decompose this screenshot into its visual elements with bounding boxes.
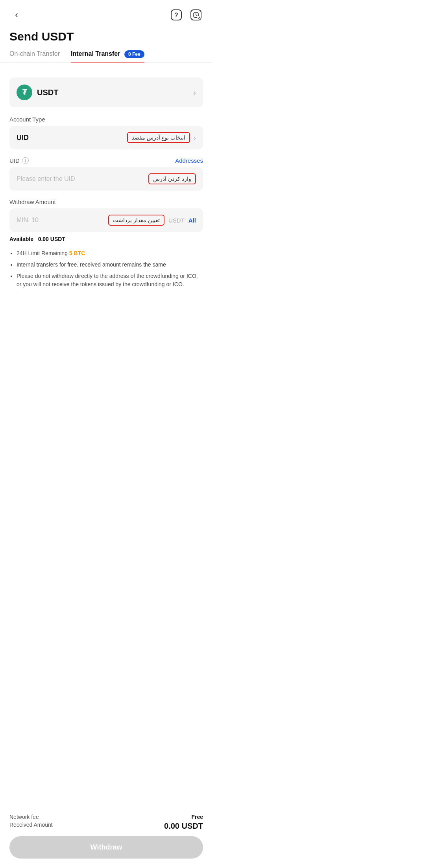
account-type-value: UID xyxy=(17,134,29,142)
withdraw-min-text: MIN: 10 xyxy=(17,217,39,224)
uid-label-text: UID xyxy=(9,157,20,164)
top-icons: ? xyxy=(169,8,203,22)
available-value: 0.00 USDT xyxy=(38,236,65,242)
tab-internal[interactable]: Internal Transfer 0 Fee xyxy=(71,50,144,62)
account-type-persian-hint: انتخاب نوع آدرس مقصد xyxy=(127,132,190,143)
addresses-link[interactable]: Addresses xyxy=(175,157,203,164)
info-item-1-text: 24H Limit Remaining xyxy=(17,250,69,256)
withdraw-amount-persian: تعیین مقدار برداشت xyxy=(108,215,164,226)
list-item: 24H Limit Remaining 5 BTC xyxy=(17,249,203,257)
tab-onchain[interactable]: On-chain Transfer xyxy=(9,50,60,62)
account-type-right: انتخاب نوع آدرس مقصد › xyxy=(127,132,196,143)
history-button[interactable] xyxy=(189,8,203,22)
list-item: Please do not withdraw directly to the a… xyxy=(17,272,203,289)
withdraw-right: تعیین مقدار برداشت USDT All xyxy=(108,215,196,226)
all-button[interactable]: All xyxy=(188,217,196,224)
back-arrow-icon: ‹ xyxy=(15,10,18,20)
svg-text:?: ? xyxy=(174,12,178,18)
svg-point-4 xyxy=(197,16,201,20)
list-item: Internal transfers for free, received am… xyxy=(17,261,203,269)
usdt-icon: ₮ xyxy=(17,85,32,100)
uid-enter-persian: وارد کردن آدرس xyxy=(148,173,196,184)
help-button[interactable]: ? xyxy=(169,8,183,22)
asset-selector[interactable]: ₮ USDT › xyxy=(9,77,203,107)
account-type-label: Account Type xyxy=(9,116,203,123)
main-content: ₮ USDT › Account Type UID انتخاب نوع آدر… xyxy=(0,63,213,289)
uid-input-card[interactable]: Please enter the UID وارد کردن آدرس xyxy=(9,167,203,191)
info-list: 24H Limit Remaining 5 BTC Internal trans… xyxy=(9,249,203,289)
account-type-chevron-icon: › xyxy=(193,133,196,142)
uid-info-icon[interactable]: i xyxy=(22,157,29,164)
withdraw-amount-card[interactable]: MIN: 10 تعیین مقدار برداشت USDT All xyxy=(9,208,203,232)
back-button[interactable]: ‹ xyxy=(9,8,24,22)
uid-label-row: UID i xyxy=(9,157,29,164)
asset-name: USDT xyxy=(37,88,58,97)
fee-badge: 0 Fee xyxy=(124,50,144,58)
info-item-1-highlight: 5 BTC xyxy=(69,250,85,256)
account-type-selector[interactable]: UID انتخاب نوع آدرس مقصد › xyxy=(9,126,203,149)
top-bar: ‹ ? xyxy=(0,0,213,26)
asset-left: ₮ USDT xyxy=(17,85,58,100)
withdraw-currency-label: USDT xyxy=(168,217,185,224)
available-label: Available xyxy=(9,236,33,242)
uid-input-placeholder: Please enter the UID xyxy=(17,175,75,182)
withdraw-amount-label: Withdraw Amount xyxy=(9,199,203,205)
available-row: Available 0.00 USDT xyxy=(9,236,203,242)
uid-row: UID i Addresses xyxy=(9,157,203,164)
clock-shield-icon xyxy=(190,9,201,20)
asset-chevron-icon: › xyxy=(193,88,196,97)
page-title: Send USDT xyxy=(0,26,213,50)
question-circle-icon: ? xyxy=(171,9,182,20)
tabs-row: On-chain Transfer Internal Transfer 0 Fe… xyxy=(0,50,213,63)
